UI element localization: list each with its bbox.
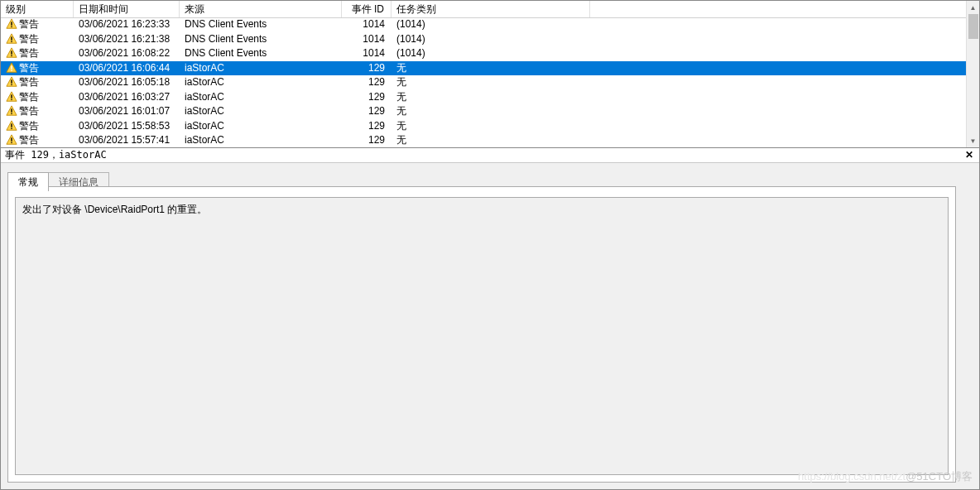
svg-rect-11 — [11, 70, 12, 70]
svg-rect-13 — [11, 79, 12, 83]
level-label: 警告 — [19, 33, 39, 45]
cell-datetime: 03/06/2021 16:23:33 — [74, 17, 180, 32]
cell-eventid: 1014 — [342, 46, 392, 61]
table-row[interactable]: 警告03/06/2021 16:08:22DNS Client Events10… — [1, 46, 966, 61]
detail-titlebar: 事件 129，iaStorAC ✕ — [1, 148, 979, 163]
cell-datetime: 03/06/2021 16:05:18 — [74, 75, 180, 90]
col-header-category[interactable]: 任务类别 — [392, 1, 590, 17]
cell-level: 警告 — [1, 75, 74, 90]
col-header-datetime[interactable]: 日期和时间 — [74, 1, 180, 17]
cell-eventid: 129 — [342, 119, 392, 134]
cell-category: 无 — [392, 61, 590, 76]
svg-rect-5 — [11, 41, 12, 41]
scroll-down-icon[interactable]: ▼ — [967, 134, 979, 147]
cell-eventid: 129 — [342, 61, 392, 76]
warning-icon — [6, 33, 17, 45]
level-label: 警告 — [19, 134, 39, 146]
cell-eventid: 1014 — [342, 32, 392, 47]
col-header-level[interactable]: 级别 — [1, 1, 74, 17]
cell-datetime: 03/06/2021 16:08:22 — [74, 46, 180, 61]
svg-rect-8 — [11, 55, 12, 56]
list-header-row: 级别 日期和时间 来源 事件 ID 任务类别 — [1, 1, 979, 18]
list-scrollbar[interactable]: ▲ ▼ — [966, 1, 979, 147]
level-label: 警告 — [19, 120, 39, 132]
cell-category: 无 — [392, 75, 590, 90]
cell-category: 无 — [392, 133, 590, 147]
cell-source: DNS Client Events — [180, 17, 342, 32]
cell-source: iaStorAC — [180, 61, 342, 76]
level-label: 警告 — [19, 18, 39, 30]
warning-icon — [6, 76, 17, 88]
detail-text: 发出了对设备 \Device\RaidPort1 的重置。 — [22, 204, 207, 215]
col-header-source[interactable]: 来源 — [180, 1, 342, 17]
warning-icon — [6, 18, 17, 30]
level-label: 警告 — [19, 76, 39, 88]
svg-rect-23 — [11, 127, 12, 128]
cell-datetime: 03/06/2021 15:58:53 — [74, 119, 180, 134]
svg-rect-4 — [11, 36, 12, 40]
cell-datetime: 03/06/2021 16:03:27 — [74, 90, 180, 105]
svg-rect-14 — [11, 84, 12, 85]
cell-eventid: 129 — [342, 133, 392, 147]
scroll-up-icon[interactable]: ▲ — [967, 1, 979, 14]
cell-level: 警告 — [1, 17, 74, 32]
cell-datetime: 03/06/2021 15:57:41 — [74, 133, 180, 147]
cell-eventid: 129 — [342, 104, 392, 119]
level-label: 警告 — [19, 47, 39, 59]
cell-source: iaStorAC — [180, 133, 342, 147]
warning-icon — [6, 120, 17, 132]
level-label: 警告 — [19, 105, 39, 117]
svg-rect-19 — [11, 108, 12, 112]
svg-rect-2 — [11, 26, 12, 27]
cell-level: 警告 — [1, 61, 74, 76]
cell-datetime: 03/06/2021 16:21:38 — [74, 32, 180, 47]
svg-rect-26 — [11, 142, 12, 143]
cell-level: 警告 — [1, 46, 74, 61]
detail-text-box: 发出了对设备 \Device\RaidPort1 的重置。 — [15, 197, 949, 475]
table-row[interactable]: 警告03/06/2021 16:06:44iaStorAC129无 — [1, 61, 966, 76]
cell-source: DNS Client Events — [180, 32, 342, 47]
svg-rect-7 — [11, 50, 12, 54]
cell-source: DNS Client Events — [180, 46, 342, 61]
svg-rect-10 — [11, 65, 12, 69]
svg-rect-16 — [11, 94, 12, 98]
col-header-eventid[interactable]: 事件 ID — [342, 1, 392, 17]
cell-eventid: 1014 — [342, 17, 392, 32]
cell-source: iaStorAC — [180, 104, 342, 119]
cell-category: 无 — [392, 104, 590, 119]
cell-category: (1014) — [392, 17, 590, 32]
warning-icon — [6, 47, 17, 59]
warning-icon — [6, 134, 17, 146]
scroll-thumb[interactable] — [968, 14, 978, 39]
warning-icon — [6, 105, 17, 117]
cell-eventid: 129 — [342, 75, 392, 90]
table-row[interactable]: 警告03/06/2021 16:03:27iaStorAC129无 — [1, 90, 966, 105]
warning-icon — [6, 91, 17, 103]
table-row[interactable]: 警告03/06/2021 16:23:33DNS Client Events10… — [1, 17, 966, 32]
svg-rect-22 — [11, 123, 12, 127]
detail-title: 事件 129，iaStorAC — [5, 148, 107, 162]
level-label: 警告 — [19, 62, 39, 74]
event-list-panel: 级别 日期和时间 来源 事件 ID 任务类别 警告03/06/2021 16:2… — [1, 1, 979, 148]
table-row[interactable]: 警告03/06/2021 16:01:07iaStorAC129无 — [1, 104, 966, 119]
cell-level: 警告 — [1, 119, 74, 134]
table-row[interactable]: 警告03/06/2021 15:58:53iaStorAC129无 — [1, 119, 966, 134]
table-row[interactable]: 警告03/06/2021 16:05:18iaStorAC129无 — [1, 75, 966, 90]
cell-level: 警告 — [1, 104, 74, 119]
warning-icon — [6, 62, 17, 74]
detail-body: 发出了对设备 \Device\RaidPort1 的重置。 — [7, 186, 956, 483]
close-icon[interactable]: ✕ — [963, 148, 975, 162]
cell-source: iaStorAC — [180, 119, 342, 134]
cell-datetime: 03/06/2021 16:06:44 — [74, 61, 180, 76]
svg-rect-20 — [11, 113, 12, 114]
cell-source: iaStorAC — [180, 75, 342, 90]
details-panel: 常规 详细信息 发出了对设备 \Device\RaidPort1 的重置。 ht… — [1, 163, 979, 489]
table-row[interactable]: 警告03/06/2021 16:21:38DNS Client Events10… — [1, 32, 966, 47]
cell-category: (1014) — [392, 32, 590, 47]
tab-general[interactable]: 常规 — [7, 172, 49, 191]
level-label: 警告 — [19, 91, 39, 103]
table-row[interactable]: 警告03/06/2021 15:57:41iaStorAC129无 — [1, 133, 966, 147]
svg-rect-1 — [11, 22, 12, 25]
cell-source: iaStorAC — [180, 90, 342, 105]
cell-eventid: 129 — [342, 90, 392, 105]
